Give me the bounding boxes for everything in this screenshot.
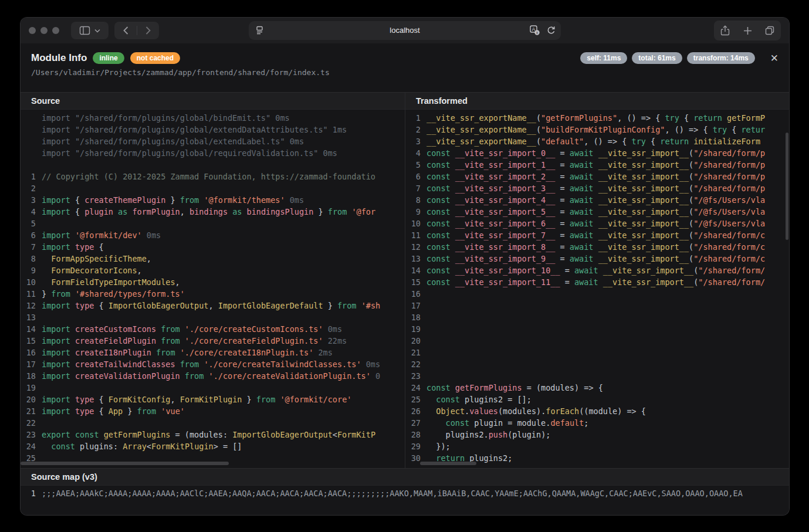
code-line: 1__vite_ssr_exportName__("getFormPlugins… (405, 112, 789, 124)
code-line: 15import createFieldPlugin from './core/… (21, 335, 405, 347)
transformed-vertical-scrollbar[interactable] (786, 133, 788, 240)
transformed-code[interactable]: 1__vite_ssr_exportName__("getFormPlugins… (405, 110, 789, 467)
code-line: import "/shared/form/plugins/global/exte… (21, 135, 405, 147)
url-text[interactable]: localhost (249, 21, 561, 40)
window-controls (29, 27, 59, 34)
code-line: 9 FormDecoratorIcons, (21, 265, 405, 276)
code-line: 5 (21, 218, 405, 229)
code-line: 21 (405, 347, 789, 358)
code-line: 2 (21, 182, 405, 194)
source-code[interactable]: import "/shared/form/plugins/global/bind… (21, 110, 405, 467)
code-panes: Source import "/shared/form/plugins/glob… (21, 92, 789, 468)
code-line: 18 (405, 311, 789, 323)
transform-time-badge: transform: 14ms (687, 52, 755, 64)
code-line: 3import { createThemePlugin } from '@for… (21, 194, 405, 206)
code-line: 5const __vite_ssr_import_1__ = await __v… (405, 159, 789, 171)
close-icon[interactable]: ✕ (770, 53, 778, 63)
code-line: 27 const plugin = module.default; (405, 417, 789, 429)
window-zoom-button[interactable] (52, 27, 59, 34)
code-line: 17 (405, 300, 789, 311)
code-line: 9const __vite_ssr_import_5__ = await __v… (405, 206, 789, 218)
code-line: 29 }); (405, 440, 789, 452)
code-line: 13 (21, 311, 405, 323)
code-line (21, 159, 405, 171)
transformed-pane-title: Transformed (405, 92, 789, 110)
code-line: 16 (405, 288, 789, 300)
window-minimize-button[interactable] (40, 27, 48, 34)
code-line: 21import type { App } from 'vue' (21, 405, 405, 417)
code-line: 17import createTailwindClasses from './c… (21, 358, 405, 370)
code-line: 18import createValidationPlugin from './… (21, 370, 405, 382)
code-line: 12import type { ImportGlobEagerOutput, I… (21, 300, 405, 311)
code-line: 19 (21, 382, 405, 394)
code-line: 23 (405, 370, 789, 382)
code-line: 3__vite_ssr_exportName__("default", () =… (405, 135, 789, 147)
chevron-down-icon (94, 29, 100, 33)
transformed-horizontal-scrollbar[interactable] (420, 462, 476, 465)
code-line: 2__vite_ssr_exportName__("buildFormKitPl… (405, 124, 789, 135)
code-line: 26 Object.values(modules).forEach((modul… (405, 405, 789, 417)
total-time-badge: total: 61ms (632, 52, 682, 64)
module-info-header: Module Info inline not cached self: 11ms… (21, 43, 789, 92)
translate-icon[interactable]: A x (529, 25, 540, 36)
code-line: 14const __vite_ssr_import_10__ = await _… (405, 265, 789, 276)
code-line: 25 const plugins2 = []; (405, 394, 789, 405)
code-line: 8const __vite_ssr_import_4__ = await __v… (405, 194, 789, 206)
code-line: import "/shared/form/plugins/global/exte… (21, 124, 405, 135)
reload-icon[interactable] (546, 25, 556, 35)
not-cached-badge: not cached (130, 52, 180, 64)
code-line: 7import type { (21, 241, 405, 253)
code-line: 24const getFormPlugins = (modules) => { (405, 382, 789, 394)
code-line: 4const __vite_ssr_import_0__ = await __v… (405, 147, 789, 159)
timing-stats: self: 11ms total: 61ms transform: 14ms (580, 52, 754, 64)
code-line: 12const __vite_ssr_import_8__ = await __… (405, 241, 789, 253)
page-content: Module Info inline not cached self: 11ms… (21, 43, 789, 515)
address-bar[interactable]: localhost A x (249, 21, 561, 40)
svg-text:A: A (532, 26, 535, 32)
code-line: 20import type { FormKitConfig, FormKitPl… (21, 394, 405, 405)
code-line: 13const __vite_ssr_import_9__ = await __… (405, 253, 789, 265)
source-pane: Source import "/shared/form/plugins/glob… (21, 92, 405, 468)
code-line: 22 (405, 358, 789, 370)
code-line: 11const __vite_ssr_import_7__ = await __… (405, 229, 789, 241)
code-line: import "/shared/form/plugins/global/bind… (21, 112, 405, 124)
code-line: 1;;;AAEA;AAAkC;AAAA;AAAA;AAAA;AAClC;AAEA… (21, 487, 789, 499)
code-line: 20 (405, 335, 789, 347)
toolbar-right-actions (714, 21, 781, 40)
inline-badge: inline (93, 52, 124, 64)
module-file-path: /Users/vladimir/Projects/zammad/app/fron… (31, 68, 778, 77)
tab-overview-icon[interactable] (760, 22, 780, 39)
code-line: 19 (405, 323, 789, 335)
navigation-buttons (114, 22, 159, 39)
code-line: 6import '@formkit/dev' 0ms (21, 229, 405, 241)
sidebar-toggle-button[interactable] (71, 22, 109, 39)
source-pane-title: Source (21, 92, 405, 110)
new-tab-plus-icon[interactable] (737, 22, 757, 39)
code-line: 23export const getFormPlugins = (modules… (21, 429, 405, 440)
sourcemap-code[interactable]: 1;;;AAEA;AAAkC;AAAA;AAAA;AAAA;AAClC;AAEA… (21, 486, 789, 501)
code-line: 10const __vite_ssr_import_6__ = await __… (405, 218, 789, 229)
page-title: Module Info (31, 52, 87, 64)
code-line: 4import { plugin as formPlugin, bindings… (21, 206, 405, 218)
code-line: 10 FormFieldTypeImportModules, (21, 276, 405, 288)
forward-button[interactable] (137, 22, 159, 39)
browser-toolbar: localhost A x (21, 18, 789, 43)
transformed-pane: Transformed 1__vite_ssr_exportName__("ge… (405, 92, 789, 468)
code-line: 6const __vite_ssr_import_2__ = await __v… (405, 171, 789, 182)
code-line: 24 const plugins: Array<FormKitPlugin> =… (21, 440, 405, 452)
back-button[interactable] (115, 22, 137, 39)
share-icon[interactable] (715, 22, 735, 39)
self-time-badge: self: 11ms (580, 52, 627, 64)
code-line: 7const __vite_ssr_import_3__ = await __v… (405, 182, 789, 194)
window-close-button[interactable] (29, 27, 36, 34)
code-line: 14import createCustomIcons from './core/… (21, 323, 405, 335)
code-line: 8 FormAppSpecificTheme, (21, 253, 405, 265)
code-line: 1// Copyright (C) 2012-2025 Zammad Found… (21, 171, 405, 182)
code-line: import "/shared/form/plugins/global/requ… (21, 147, 405, 159)
svg-text:x: x (536, 31, 539, 35)
source-horizontal-scrollbar[interactable] (21, 462, 229, 465)
browser-window: localhost A x (21, 18, 789, 515)
sourcemap-title: Source map (v3) (21, 468, 789, 486)
code-line: 11} from '#shared/types/form.ts' (21, 288, 405, 300)
code-line: 15const __vite_ssr_import_11__ = await _… (405, 276, 789, 288)
